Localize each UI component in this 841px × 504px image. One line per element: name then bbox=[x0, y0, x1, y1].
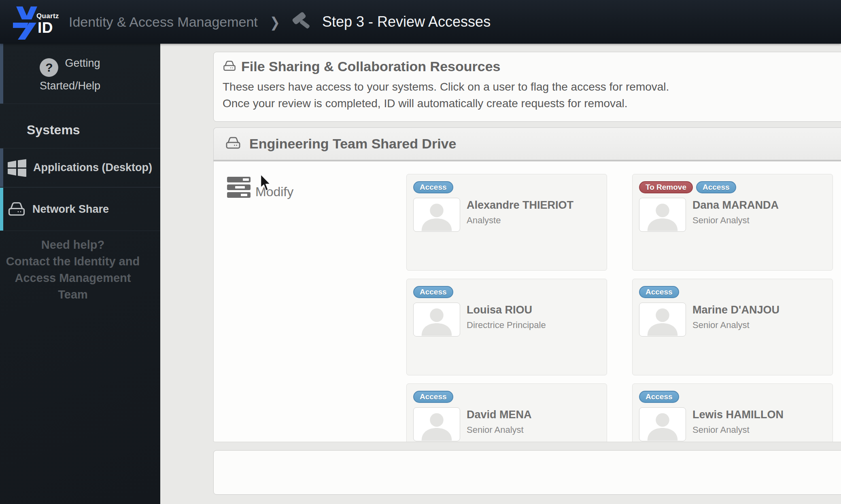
page-title: Step 3 - Review Accesses bbox=[322, 13, 491, 30]
to-remove-badge: To Remove bbox=[639, 181, 693, 193]
user-title: Senior Analyst bbox=[692, 215, 779, 226]
sidebar-item-applications-desktop[interactable]: Applications (Desktop) bbox=[0, 148, 160, 187]
avatar bbox=[639, 303, 686, 337]
help-note-line1: Need help? bbox=[0, 237, 146, 253]
intro-panel-title: File Sharing & Collaboration Resources bbox=[241, 59, 500, 74]
brand-name: Quartz bbox=[36, 12, 59, 20]
user-name: David MENA bbox=[467, 409, 532, 421]
help-note-line2: Contact the Identity and Access Manageme… bbox=[0, 253, 146, 303]
access-group-label: Modify bbox=[255, 184, 293, 200]
badge-row: Access bbox=[413, 391, 600, 403]
user-card[interactable]: Access Marine D'ANJOU Senior Analyst bbox=[632, 279, 833, 375]
access-badge: Access bbox=[696, 181, 736, 193]
avatar bbox=[413, 407, 460, 441]
user-title: Senior Analyst bbox=[467, 425, 532, 435]
sidebar-item-label: Network Share bbox=[32, 203, 109, 216]
chevron-right-icon: ❯ bbox=[270, 14, 280, 30]
windows-icon bbox=[7, 159, 27, 177]
system-panel: Engineering Team Shared Drive bbox=[213, 127, 841, 442]
person-silhouette-icon bbox=[639, 410, 686, 441]
user-name: Dana MARANDA bbox=[692, 199, 779, 212]
badge-row: To RemoveAccess bbox=[639, 181, 826, 193]
user-title: Senior Analyst bbox=[692, 425, 784, 435]
breadcrumb[interactable]: Identity & Access Management bbox=[69, 14, 258, 30]
access-badge: Access bbox=[639, 286, 679, 298]
drive-icon bbox=[223, 60, 236, 73]
quartz-id-logo[interactable]: Quartz ID bbox=[6, 3, 66, 40]
brand-product: ID bbox=[38, 19, 53, 36]
badge-row: Access bbox=[639, 286, 826, 298]
intro-description-line2: Once your review is completed, ID will a… bbox=[223, 95, 841, 112]
system-panel-header: Engineering Team Shared Drive bbox=[213, 127, 841, 161]
system-panel-body: Modify Access Alexandre THIERIOT Analyst… bbox=[213, 161, 841, 442]
user-card[interactable]: Access Lewis HAMILLON Senior Analyst bbox=[632, 383, 833, 442]
user-card-grid: Access Alexandre THIERIOT Analyste To Re… bbox=[406, 174, 833, 442]
main-content: File Sharing & Collaboration Resources T… bbox=[160, 44, 841, 504]
badge-row: Access bbox=[413, 286, 600, 298]
server-stack-icon bbox=[227, 177, 251, 200]
user-name: Alexandre THIERIOT bbox=[467, 199, 573, 212]
gavel-icon bbox=[291, 12, 312, 32]
access-group-modify: Modify bbox=[227, 177, 293, 200]
user-card[interactable]: Access David MENA Senior Analyst bbox=[406, 383, 607, 442]
user-name: Marine D'ANJOU bbox=[692, 304, 779, 316]
avatar bbox=[413, 303, 460, 337]
avatar bbox=[413, 198, 460, 232]
top-navbar: Quartz ID Identity & Access Management ❯… bbox=[0, 0, 841, 44]
sidebar-item-network-share[interactable]: Network Share bbox=[0, 187, 160, 231]
intro-description-line1: These users have access to your systems.… bbox=[223, 78, 841, 95]
sidebar: ?Getting Started/Help Systems Applicatio… bbox=[0, 44, 160, 504]
sidebar-item-label: Applications (Desktop) bbox=[33, 161, 152, 174]
badge-row: Access bbox=[413, 181, 600, 193]
sidebar-help-note: Need help? Contact the Identity and Acce… bbox=[0, 237, 160, 303]
sidebar-item-getting-started-help[interactable]: ?Getting Started/Help bbox=[0, 44, 160, 104]
user-card[interactable]: Access Louisa RIOU Directrice Principale bbox=[406, 279, 607, 375]
person-silhouette-icon bbox=[639, 201, 686, 231]
empty-bottom-panel bbox=[213, 450, 841, 495]
drive-icon bbox=[225, 136, 241, 151]
badge-row: Access bbox=[639, 391, 826, 403]
person-silhouette-icon bbox=[639, 305, 686, 336]
quartz-logo-icon bbox=[13, 6, 38, 40]
question-circle-icon: ? bbox=[40, 58, 58, 77]
sidebar-section-title: Systems bbox=[27, 123, 160, 138]
intro-panel: File Sharing & Collaboration Resources T… bbox=[213, 52, 841, 122]
avatar bbox=[639, 407, 686, 441]
user-card[interactable]: Access Alexandre THIERIOT Analyste bbox=[406, 174, 607, 271]
user-card[interactable]: To RemoveAccess Dana MARANDA Senior Anal… bbox=[632, 174, 833, 271]
user-name: Lewis HAMILLON bbox=[692, 409, 784, 421]
access-badge: Access bbox=[413, 391, 453, 403]
system-panel-title: Engineering Team Shared Drive bbox=[249, 136, 456, 152]
avatar bbox=[639, 198, 686, 232]
person-silhouette-icon bbox=[414, 201, 460, 231]
access-badge: Access bbox=[639, 391, 679, 403]
access-badge: Access bbox=[413, 286, 453, 298]
user-title: Directrice Principale bbox=[467, 320, 546, 330]
person-silhouette-icon bbox=[414, 305, 460, 336]
person-silhouette-icon bbox=[414, 410, 460, 441]
user-name: Louisa RIOU bbox=[467, 304, 546, 316]
access-badge: Access bbox=[413, 181, 453, 193]
user-title: Analyste bbox=[467, 215, 573, 226]
user-title: Senior Analyst bbox=[692, 320, 779, 330]
network-drive-icon bbox=[7, 201, 26, 217]
